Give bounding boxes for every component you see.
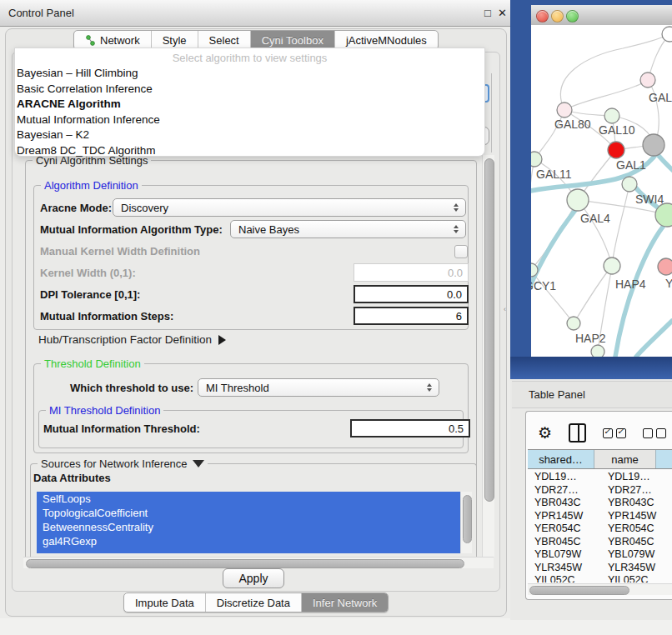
table-cell: YER054C — [528, 522, 601, 536]
network-node[interactable] — [567, 189, 589, 211]
node-label-gal11: GAL11 — [536, 168, 572, 181]
network-node[interactable] — [604, 258, 620, 274]
network-edge — [636, 321, 672, 357]
data-attribute-item[interactable]: SelfLoops — [37, 492, 460, 506]
algorithm-option[interactable]: Dream8 DC_TDC Algorithm — [15, 143, 484, 159]
algorithm-option[interactable]: ARACNE Algorithm — [15, 97, 484, 112]
tab-select[interactable]: Select — [198, 31, 251, 49]
mi-threshold-field[interactable]: 0.5 — [350, 419, 470, 438]
minimize-traffic-light[interactable] — [551, 10, 564, 22]
hub-definition-toggle[interactable]: Hub/Transcription Factor Definition — [38, 333, 226, 346]
tab-jactivemnodules[interactable]: jActiveMNodules — [335, 31, 438, 49]
mi-threshold-group-title: MI Threshold Definition — [46, 404, 163, 417]
algorithm-option[interactable]: Bayesian – K2 — [15, 128, 484, 143]
network-node[interactable] — [622, 177, 637, 192]
table-row[interactable]: YER054CYER054C8. — [528, 522, 672, 536]
network-node[interactable] — [567, 317, 580, 330]
network-node[interactable] — [591, 345, 604, 357]
unchecked-columns-icon[interactable] — [643, 428, 666, 438]
checked-columns-icon[interactable] — [603, 428, 626, 438]
table-row[interactable]: YDR27…YDR27…12 — [528, 484, 672, 498]
table-cell: YBR045C — [601, 536, 669, 549]
dpi-tolerance-field[interactable]: 0.0 — [354, 285, 469, 303]
tab-discretize-data[interactable]: Discretize Data — [206, 593, 302, 612]
close-traffic-light[interactable] — [536, 10, 549, 22]
bottom-strip — [0, 620, 672, 635]
mi-type-label: Mutual Information Algorithm Type: — [40, 223, 223, 236]
data-attribute-item[interactable]: BetweennessCentrality — [37, 520, 460, 534]
combo-stepper-icon — [449, 203, 462, 212]
split-columns-icon[interactable] — [569, 423, 586, 442]
table-horizontal-scrollbar[interactable] — [528, 583, 672, 595]
table-row[interactable]: YBL079WYBL079W — [528, 548, 672, 562]
network-edge — [612, 184, 629, 266]
network-node[interactable] — [640, 72, 655, 88]
gear-icon[interactable]: ⚙ — [538, 425, 552, 441]
table-row[interactable]: YBR043CYBR043C — [528, 497, 672, 510]
table-row[interactable]: YLR345WYLR345W9. — [528, 562, 672, 575]
network-edge — [531, 159, 534, 270]
panel-splitter-handle[interactable]: ‹ — [504, 305, 506, 313]
table-cell: YDL19… — [601, 471, 669, 484]
table-row[interactable]: YDL19…YDL19…13 — [528, 471, 672, 484]
table-cell: YER054C — [601, 522, 669, 536]
mi-steps-field[interactable]: 6 — [354, 307, 469, 325]
close-window-icon[interactable]: ✕ — [498, 7, 507, 19]
network-node[interactable] — [531, 152, 542, 167]
network-node[interactable] — [662, 27, 672, 42]
network-edge — [531, 270, 574, 323]
network-node[interactable] — [643, 134, 664, 156]
tab-impute-data[interactable]: Impute Data — [124, 593, 206, 612]
kernel-width-label: Kernel Width (0,1): — [40, 267, 136, 279]
network-node[interactable] — [608, 142, 624, 158]
network-node[interactable] — [557, 102, 572, 118]
attributes-list-scrollbar[interactable] — [460, 492, 472, 553]
which-threshold-combo[interactable]: MI Threshold — [198, 378, 439, 397]
tab-infer-network[interactable]: Infer Network — [302, 593, 388, 612]
tab-network[interactable]: Network — [74, 31, 152, 49]
float-window-icon[interactable]: □ — [484, 7, 491, 19]
node-label-swi4: SWI4 — [635, 192, 664, 206]
network-node[interactable] — [604, 108, 619, 123]
node-label-gal: GAL — [649, 91, 672, 104]
tab-cyni-toolbox[interactable]: Cyni Toolbox — [251, 31, 335, 49]
table-row[interactable]: YIL052CYIL052C9. — [528, 574, 672, 582]
column-header-name[interactable]: name — [594, 450, 656, 468]
node-label-hap4: HAP4 — [615, 278, 646, 291]
dpi-tolerance-label: DPI Tolerance [0,1]: — [40, 288, 140, 301]
network-edge — [531, 200, 578, 270]
table-cell: YBR043C — [528, 497, 601, 510]
table-cell: YIL052C — [601, 574, 669, 582]
bottom-tab-bar: Impute DataDiscretize DataInfer Network — [123, 592, 389, 612]
sources-group-title-row[interactable]: Sources for Network Inference — [38, 458, 208, 470]
settings-horizontal-scrollbar[interactable] — [23, 557, 494, 568]
algorithm-option[interactable]: Mutual Information Inference — [15, 112, 484, 128]
network-node[interactable] — [658, 258, 672, 275]
node-label-gal1: GAL1 — [616, 158, 646, 172]
network-canvas[interactable]: GALGAL80GAL10GAL1GAL11SWI4GAL4GCY1HAP4YH… — [531, 25, 672, 357]
table-cell: YPR145W — [601, 510, 669, 523]
tab-style[interactable]: Style — [152, 31, 198, 49]
table-cell: YBR043C — [601, 497, 669, 510]
table-row[interactable]: YBR045CYBR045C9. — [528, 536, 672, 549]
column-header-hidden[interactable] — [656, 450, 672, 468]
mi-type-combo[interactable]: Naive Bayes — [230, 220, 466, 238]
table-cell: YDL19… — [528, 471, 601, 484]
node-label-gal4: GAL4 — [580, 212, 610, 225]
kernel-width-field[interactable]: 0.0 — [354, 263, 469, 282]
settings-vertical-scrollbar[interactable] — [482, 155, 494, 557]
network-icon — [85, 35, 96, 46]
aracne-mode-label: Aracne Mode: — [40, 202, 112, 214]
zoom-traffic-light[interactable] — [566, 10, 579, 22]
aracne-mode-combo[interactable]: Discovery — [113, 198, 466, 217]
data-attribute-item[interactable]: TopologicalCoefficient — [37, 506, 460, 520]
data-attribute-item[interactable]: gal4RGexp — [37, 534, 460, 548]
network-window-frame-bottom — [510, 357, 672, 379]
manual-kernel-checkbox[interactable] — [454, 245, 468, 258]
table-row[interactable]: YPR145WYPR145W9. — [528, 510, 672, 523]
algorithm-option[interactable]: Bayesian – Hill Climbing — [15, 66, 484, 82]
apply-button[interactable]: Apply — [223, 568, 284, 588]
node-label-gcy1: GCY1 — [531, 279, 556, 292]
algorithm-option[interactable]: Basic Correlation Inference — [15, 82, 484, 98]
column-header-shared…[interactable]: shared… — [528, 450, 594, 468]
